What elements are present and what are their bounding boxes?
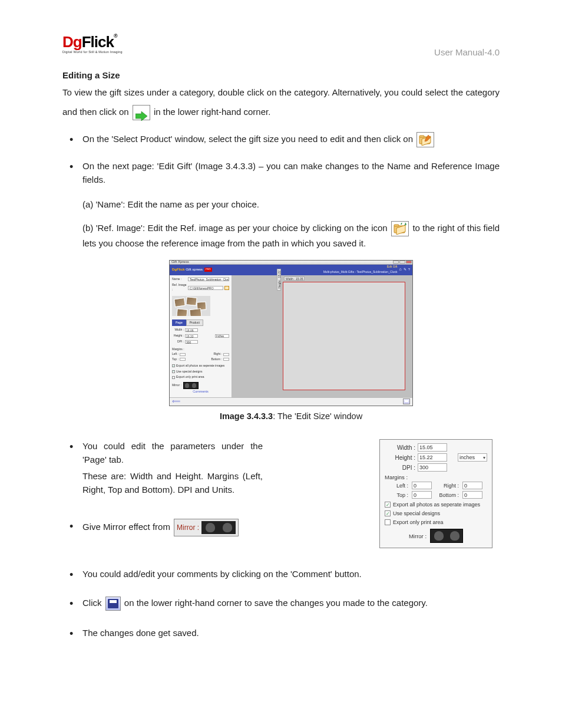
logo-text: DgFlick® — [62, 33, 123, 51]
b2-text: On the next page: 'Edit Gift' (Image 3.4… — [82, 161, 500, 185]
sub-items: (a) 'Name': Edit the name as per your ch… — [82, 197, 500, 251]
sub-b: (b) 'Ref. Image': Edit the Ref. image as… — [82, 221, 500, 251]
svg-rect-6 — [394, 225, 399, 226]
refimage-browse-icon[interactable] — [224, 286, 229, 290]
page-rect — [283, 282, 405, 390]
caption-rest: : The 'Edit Size' window — [273, 411, 362, 421]
mirror-control[interactable] — [183, 382, 199, 389]
margin-right-input-2[interactable]: 0 — [462, 482, 482, 489]
edit-size-window-figure: Gift Xpress DgFlick Gift xpress PRO Edit… — [82, 260, 500, 423]
b3b: These are: Width and Height. Margins (Le… — [82, 469, 263, 497]
dpi-input-2[interactable]: 300 — [418, 463, 447, 472]
bullet-save: Click on the lower right-hand corner to … — [62, 596, 500, 611]
margin-left-input-2[interactable]: 0 — [412, 482, 432, 489]
tabs: Page Product — [172, 319, 229, 327]
caption-strong: Image 3.4.3.3 — [220, 411, 273, 421]
comments-button[interactable]: Comments — [193, 389, 209, 396]
mirror-inline-figure: Mirror : — [174, 519, 239, 536]
next-arrow-icon — [133, 105, 150, 120]
user-manual-version: User Manual-4.0 — [434, 47, 500, 57]
intro-text-b: in the lower right-hand corner. — [154, 107, 270, 117]
bullet-saved: The changes done get saved. — [62, 626, 500, 640]
logo: DgFlick® Digital World for Still & Motio… — [62, 33, 123, 54]
sub-b-a: (b) 'Ref. Image': Edit the Ref. image as… — [82, 223, 390, 233]
chk-print-area[interactable] — [172, 376, 175, 379]
margins-label: Margins : — [172, 347, 229, 352]
units-select-2[interactable]: inches — [458, 453, 487, 462]
figure-caption: Image 3.4.3.3: The 'Edit Size' window — [82, 410, 500, 423]
tool-icon[interactable]: ✎ — [404, 267, 406, 272]
margin-bottom-input[interactable] — [223, 358, 229, 361]
section-title: Editing a Size — [62, 70, 500, 80]
bullet-mirror: Give Mirror effect from Mirror : — [62, 519, 263, 536]
brand: DgFlick — [172, 267, 185, 272]
tab-product[interactable]: Product — [186, 319, 203, 327]
page-tab-properties-panel: Width :15.05 Height :15.22inches DPI :30… — [379, 439, 492, 548]
margin-top-input[interactable] — [180, 358, 186, 361]
b1-text: On the 'Select Product' window, select t… — [82, 134, 415, 144]
chk-export-all[interactable]: ✓ — [172, 364, 175, 367]
properties-panel: Name : TestPhotos_Sublimation_Clock Ref.… — [170, 275, 232, 397]
height-input[interactable]: 15.22 — [185, 334, 198, 338]
help-icon[interactable]: ? — [408, 267, 410, 272]
bullet-edit-gift: On the next page: 'Edit Gift' (Image 3.4… — [62, 159, 500, 423]
chk-export-all-2[interactable]: ✓ — [385, 502, 391, 508]
browse-folder-icon — [391, 221, 409, 236]
page-header: DgFlick® Digital World for Still & Motio… — [62, 33, 500, 57]
b3a: You could edit the parameters under the … — [82, 439, 263, 467]
width-input-2[interactable]: 15.05 — [418, 443, 447, 452]
window-footer: ⟸ — [170, 397, 412, 406]
mirror-label: Mirror : — [172, 383, 181, 388]
window-titlebar: Gift Xpress — [170, 261, 412, 265]
refimage-input[interactable]: C:\GiftXpressPRO 4.0\Products\DgGift\ — [188, 286, 223, 290]
sub-a: (a) 'Name': Edit the name as per your ch… — [82, 197, 500, 212]
tab-page[interactable]: Page — [172, 319, 186, 327]
mirror-label-2: Mirror : — [409, 533, 427, 539]
two-column-section: You could edit the parameters under the … — [62, 439, 500, 548]
b6-a: Click — [82, 598, 104, 608]
chk-print-area-2[interactable] — [385, 519, 391, 525]
units-select[interactable]: Inches — [215, 334, 229, 338]
app-toolbar: DgFlick Gift xpress PRO Edit Gift Multi-… — [170, 265, 412, 275]
dpi-input[interactable]: 300 — [185, 340, 198, 344]
bullet-page-tab: You could edit the parameters under the … — [62, 439, 263, 496]
appname: Gift xpress — [186, 267, 203, 272]
back-button[interactable]: ⟸ — [172, 397, 180, 406]
chk-special-designs-2[interactable]: ✓ — [385, 510, 391, 516]
canvas-width-label: Width : 15.05 — [284, 276, 305, 281]
breadcrumb: Multi-photos_Multi-Gifts - TestPhotos_Su… — [323, 270, 398, 275]
intro-paragraph: To view the gift sizes under a category,… — [62, 83, 500, 121]
b6-b: on the lower right-hand corner to save t… — [124, 598, 428, 608]
bullet-select-product: On the 'Select Product' window, select t… — [62, 132, 500, 147]
refimage-label: Ref. Image : — [172, 283, 187, 292]
canvas-area: Width : 15.05 Height : 15.22 — [232, 275, 412, 397]
svg-rect-2 — [419, 136, 424, 137]
svg-marker-0 — [135, 111, 147, 121]
height-input-2[interactable]: 15.22 — [418, 453, 447, 462]
margin-left-input[interactable] — [180, 353, 186, 356]
canvas-height-label: Height : 15.22 — [277, 268, 281, 290]
mirror-inline-label: Mirror : — [177, 522, 199, 533]
margin-right-input[interactable] — [223, 353, 229, 356]
margins-label-2: Margins : — [385, 474, 487, 480]
logo-subtitle: Digital World for Still & Motion Imaging — [62, 50, 123, 54]
chk-special-designs[interactable]: ✓ — [172, 370, 175, 373]
home-icon[interactable]: ⌂ — [399, 266, 401, 273]
name-input[interactable]: TestPhotos_Sublimation_Clock — [188, 277, 229, 281]
ref-thumbnail — [172, 296, 210, 316]
edit-size-window: Gift Xpress DgFlick Gift xpress PRO Edit… — [169, 260, 413, 406]
edit-folder-icon — [416, 132, 434, 147]
save-button-icon[interactable] — [403, 398, 410, 404]
mirror-inline-control — [201, 521, 236, 534]
margin-top-input-2[interactable]: 0 — [412, 491, 432, 499]
save-icon — [105, 597, 121, 611]
bullet-comments: You could add/edit your comments by clic… — [62, 567, 500, 581]
margin-bottom-input-2[interactable]: 0 — [462, 491, 482, 499]
window-title: Gift Xpress — [171, 259, 189, 265]
name-label: Name : — [172, 277, 187, 282]
instruction-list: On the 'Select Product' window, select t… — [62, 132, 500, 423]
width-input[interactable]: 15.05 — [185, 328, 198, 332]
mirror-control-2[interactable] — [430, 529, 463, 543]
intro-text-a: To view the gift sizes under a category,… — [62, 87, 500, 117]
edit-gift-label: Edit Gift — [387, 265, 398, 269]
